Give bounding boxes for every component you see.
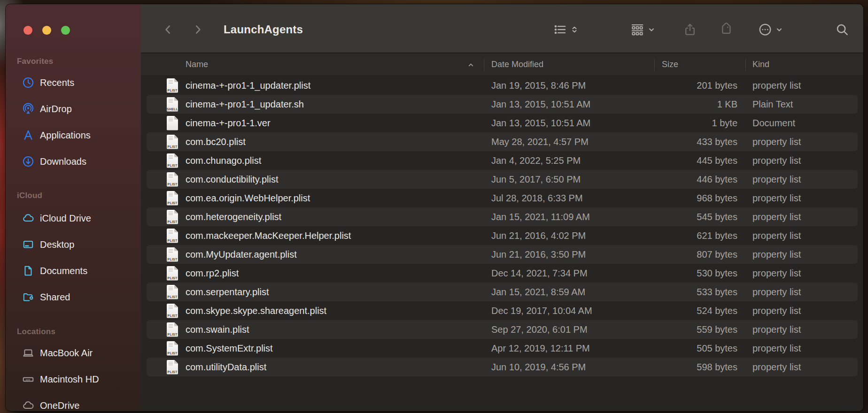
forward-button[interactable] (189, 21, 206, 38)
table-row[interactable]: PLISTcom.bc20.plistMay 28, 2021, 4:57 PM… (141, 132, 863, 151)
sidebar-item-recents[interactable]: Recents (12, 73, 136, 92)
column-divider[interactable] (484, 59, 484, 71)
table-row[interactable]: PLISTcom.serpentary.plistJan 15, 2021, 8… (141, 283, 863, 301)
sidebar-item-label: AirDrop (40, 104, 72, 115)
file-date-modified: Dec 14, 2021, 7:34 PM (491, 264, 588, 283)
file-size: 598 bytes (654, 358, 737, 376)
table-row[interactable]: PLISTcinema-+-pro1-1_updater.plistJan 19… (141, 76, 863, 95)
sidebar-item-label: OneDrive (40, 400, 79, 411)
chevron-down-icon (775, 26, 783, 33)
download-circle-icon (22, 155, 34, 168)
sidebar-item-icloud-drive[interactable]: iCloud Drive (12, 209, 136, 228)
ellipsis-circle-icon (758, 23, 772, 37)
column-divider[interactable] (654, 59, 655, 71)
table-row[interactable]: cinema-+-pro1-1.verJan 13, 2015, 10:51 A… (141, 114, 863, 132)
file-icon: PLIST (167, 151, 178, 170)
file-size: 445 bytes (654, 151, 737, 170)
search-button[interactable] (835, 20, 849, 39)
sidebar-item-macintosh-hd[interactable]: Macintosh HD (12, 370, 136, 389)
file-name: com.serpentary.plist (186, 283, 269, 301)
table-row[interactable]: PLISTcom.chunago.plistJan 4, 2022, 5:25 … (141, 151, 863, 170)
table-row[interactable]: PLISTcom.utilityData.plistJun 10, 2019, … (141, 358, 863, 376)
file-size: 968 bytes (654, 189, 737, 207)
file-name: com.swain.plist (186, 320, 249, 339)
column-header-kind[interactable]: Kind (752, 54, 769, 76)
file-icon: PLIST (167, 76, 178, 95)
file-icon: PLIST (167, 170, 178, 189)
column-header-name[interactable]: Name (186, 54, 208, 76)
sidebar-item-airdrop[interactable]: AirDrop (12, 99, 136, 118)
minimize-button[interactable] (42, 26, 51, 35)
document-file-icon: PLIST (167, 135, 178, 149)
cloud-icon (22, 399, 34, 412)
group-view-icon (630, 23, 644, 37)
sidebar-item-shared[interactable]: Shared (12, 288, 136, 306)
table-row[interactable]: PLISTcom.conductibility.plistJun 5, 2017… (141, 170, 863, 189)
file-name: com.conductibility.plist (186, 170, 278, 189)
document-file-icon: PLIST (167, 360, 178, 375)
file-date-modified: Jun 21, 2016, 3:50 PM (491, 245, 586, 264)
group-by-button[interactable] (630, 20, 655, 39)
sidebar-section-label-locations: Locations (17, 326, 55, 337)
file-date-modified: Jan 13, 2015, 10:51 AM (491, 114, 590, 132)
sidebar-item-label: Recents (40, 77, 74, 88)
table-row[interactable]: PLISTcom.swain.plistSep 27, 2020, 6:01 P… (141, 320, 863, 339)
table-row[interactable]: PLISTcom.rp2.plistDec 14, 2021, 7:34 PM5… (141, 264, 863, 283)
sidebar-item-desktop[interactable]: Desktop (12, 235, 136, 254)
document-file-icon: PLIST (167, 210, 178, 224)
zoom-button[interactable] (61, 26, 70, 35)
sidebar-item-onedrive[interactable]: OneDrive (12, 396, 136, 411)
table-row[interactable]: PLISTcom.MyUpdater.agent.plistJun 21, 20… (141, 245, 863, 264)
close-button[interactable] (23, 26, 32, 35)
share-button[interactable] (683, 20, 697, 39)
sidebar-item-downloads[interactable]: Downloads (12, 152, 136, 171)
sidebar-item-label: iCloud Drive (40, 213, 91, 224)
file-date-modified: Jun 21, 2016, 4:02 PM (491, 226, 586, 245)
file-icon: PLIST (167, 245, 178, 264)
file-size: 1 KB (654, 95, 737, 114)
list-view-button[interactable] (553, 20, 578, 39)
document-file-icon: PLIST (167, 172, 178, 187)
file-date-modified: Jun 10, 2019, 4:56 PM (491, 358, 586, 376)
file-list: PLISTcinema-+-pro1-1_updater.plistJan 19… (141, 76, 863, 411)
table-row[interactable]: PLISTcom.mackeeper.MacKeeper.Helper.plis… (141, 226, 863, 245)
file-name: com.mackeeper.MacKeeper.Helper.plist (186, 226, 351, 245)
column-divider[interactable] (745, 59, 746, 71)
file-kind: Document (752, 114, 795, 132)
file-icon: PLIST (167, 207, 178, 226)
file-kind: property list (752, 76, 801, 95)
sidebar-item-macbook-air[interactable]: MacBook Air (12, 344, 136, 362)
sidebar-item-applications[interactable]: Applications (12, 126, 136, 145)
file-icon: PLIST (167, 226, 178, 245)
table-row[interactable]: PLISTcom.skype.skype.shareagent.plistDec… (141, 301, 863, 320)
column-header-date-modified[interactable]: Date Modified (491, 54, 543, 76)
document-file-icon: SHELL (167, 97, 178, 112)
hard-drive-icon (22, 373, 34, 386)
document-file-icon: PLIST (167, 247, 178, 262)
more-actions-button[interactable] (758, 20, 783, 39)
file-icon: SHELL (167, 95, 178, 114)
back-button[interactable] (160, 21, 177, 38)
file-kind: property list (752, 301, 801, 320)
file-size: 505 bytes (654, 339, 737, 358)
file-date-modified: Jan 15, 2021, 11:09 AM (491, 207, 590, 226)
table-row[interactable]: PLISTcom.ea.origin.WebHelper.plistJul 28… (141, 189, 863, 207)
airdrop-icon (22, 103, 34, 115)
sidebar-item-documents[interactable]: Documents (12, 261, 136, 280)
table-row[interactable]: SHELLcinema-+-pro1-1_updater.shJan 13, 2… (141, 95, 863, 114)
search-icon (835, 23, 849, 37)
file-name: com.MyUpdater.agent.plist (186, 245, 297, 264)
document-file-icon: PLIST (167, 229, 178, 243)
file-kind: property list (752, 207, 801, 226)
column-header-size[interactable]: Size (662, 54, 678, 76)
document-file-icon (167, 116, 178, 130)
table-row[interactable]: PLISTcom.SystemExtr.plistApr 12, 2019, 1… (141, 339, 863, 358)
table-row[interactable]: PLISTcom.heterogeneity.plistJan 15, 2021… (141, 207, 863, 226)
desktop-icon (22, 238, 34, 251)
finder-window: FavoritesRecentsAirDropApplicationsDownl… (6, 4, 863, 411)
document-file-icon: PLIST (167, 304, 178, 318)
tag-button[interactable] (720, 20, 734, 39)
window-controls (23, 26, 70, 35)
file-type-badge: PLIST (167, 239, 178, 242)
sidebar-item-label: MacBook Air (40, 348, 93, 359)
